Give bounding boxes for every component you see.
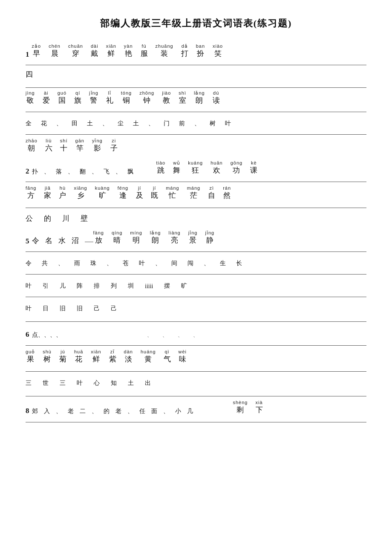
section-num-8: 8	[26, 407, 29, 415]
word-zhao: zhāo 朝	[26, 137, 37, 153]
line-5	[26, 178, 366, 182]
section-2: 2 扑 、 落 、 翻 、 飞 、 飘 tiào 跳 wǔ 舞 kuáng 狂 …	[26, 159, 366, 225]
word-fang2: fàng 放	[93, 229, 104, 245]
word-ying: yǐng 影	[92, 137, 103, 153]
word-du: dú 读	[213, 90, 220, 105]
section-1: 1 zǎo 早 chén 晨 chuān 穿 dài 戴 xiān 鲜 yàn …	[26, 42, 366, 155]
word-dai: dài 戴	[91, 43, 98, 58]
word-da: dǎ 打	[181, 43, 188, 58]
word-chuan: chuān 穿	[68, 43, 83, 58]
section-8: 8 郊 入 、 老 二 、 的 老 、 任 面 、 小 几 shèng 剩 xi…	[26, 392, 366, 422]
word-jing3: jǐng 景	[188, 229, 198, 245]
word-wu: wǔ 舞	[173, 159, 180, 175]
word-hua: huā 花	[74, 348, 83, 364]
section-num-1: 1	[26, 50, 29, 59]
word-zao: zǎo 早	[32, 43, 41, 58]
section-1-row-2: 四	[26, 66, 366, 82]
section-2-row-1: 2 扑 、 落 、 翻 、 飞 、 飘 tiào 跳 wǔ 舞 kuáng 狂 …	[26, 159, 366, 176]
word-yan: yàn 艳	[124, 43, 133, 58]
word-liang: liàng 亮	[169, 229, 181, 245]
word-chen: chén 晨	[49, 43, 61, 58]
word-ji2: jí 既	[151, 185, 158, 200]
line-7	[26, 248, 366, 252]
word-xian: xiān 鲜	[106, 43, 116, 58]
section-2-row-3: 公 的 川 壁	[26, 209, 366, 225]
line-12	[26, 367, 366, 372]
word-xiang: xiāng 乡	[74, 185, 87, 200]
section-8-row-1: 8 郊 入 、 老 二 、 的 老 、 任 面 、 小 几 shèng 剩 xi…	[26, 397, 366, 417]
section-1-row-5: zhāo 朝 liù 六 shí 十 gān 竿 yǐng 影 zi 子	[26, 136, 366, 155]
word-kuang: kuáng 狂	[188, 159, 203, 175]
word-ju: jú 菊	[59, 348, 66, 364]
word-dan: dàn 淡	[124, 348, 133, 364]
word-ban: ban 扮	[196, 43, 205, 58]
word-jing4: jǐng 静	[205, 229, 214, 245]
word-zhuang: zhuāng 装	[156, 43, 173, 58]
word-jing2: jǐng 警	[89, 90, 98, 105]
word-qi: qí 旗	[74, 90, 81, 105]
word-kuang2: kuàng 旷	[95, 185, 110, 200]
line-6	[26, 204, 366, 208]
word-lang: lǎng 朗	[194, 90, 205, 105]
word-hu: hù 户	[59, 185, 66, 200]
line-1	[26, 61, 366, 65]
word-xiao: xiào 笑	[213, 43, 223, 58]
line-14	[26, 418, 366, 422]
section-1-chars-row: 全 花 、 田 土 、 尘 土 、 门 前 、 树 叶	[26, 113, 366, 129]
word-gan: gān 竿	[75, 137, 84, 153]
line-9	[26, 293, 366, 297]
word-ran: rán 然	[223, 185, 231, 200]
word-shi: shì 室	[179, 90, 186, 105]
section-5-row-3: 叶 引 儿 阵 排 列 圳 iiiii 摆 旷	[26, 275, 366, 292]
word-qi2: qì 气	[164, 348, 171, 364]
word-guo: guǒ 果	[26, 348, 35, 364]
line-13	[26, 392, 366, 396]
section-num-2: 2	[26, 167, 29, 176]
section-1-row-3: jìng 敬 ài 爱 guó 国 qí 旗 jǐng 警 lǐ 礼 tóng …	[26, 89, 366, 107]
line-4	[26, 130, 366, 135]
word-jing1: jìng 敬	[26, 90, 35, 105]
word-zi: zi 子	[110, 137, 118, 153]
section-5-row-4: 叶 日 旧 旧 己 己	[26, 298, 366, 314]
word-liu: liù 六	[45, 137, 52, 153]
line-11	[26, 341, 366, 346]
word-zi2: zì 自	[208, 185, 215, 200]
section-6-row-2: 三 世 三 叶 心 知 土 出	[26, 373, 366, 389]
word-fu: fú 服	[141, 43, 148, 58]
section-6: 6 点、、、、 、 、 、 、 guǒ 果 shù 树 jú 菊 huā 花 x…	[26, 318, 366, 389]
word-ke: kè 课	[250, 159, 257, 175]
section-5-row-1: 5 令 名 水 沼 fàng 放 qíng 晴 míng 明 lǎng 朗 li…	[26, 228, 366, 246]
word-li: lǐ 礼	[106, 90, 113, 105]
word-mang1: máng 忙	[166, 185, 179, 200]
word-fang: fāng 方	[26, 185, 36, 200]
word-feng: féng 逢	[118, 185, 128, 200]
word-ai: ài 爱	[43, 90, 50, 105]
word-ming: míng 明	[130, 229, 142, 245]
word-gong: gōng 功	[231, 159, 242, 175]
section-5: 5 令 名 水 沼 fàng 放 qíng 晴 míng 明 lǎng 朗 li…	[26, 228, 366, 314]
section-5-row-2: 令 共 、 雨 珠 、 苍 叶 、 间 闯 、 生 长	[26, 253, 366, 269]
word-shi2: shí 十	[60, 137, 68, 153]
word-zhong: zhōng 钟	[139, 90, 154, 105]
section-num-5: 5	[26, 237, 29, 246]
word-ji1: jí 及	[136, 185, 143, 200]
section-num-6: 6	[26, 330, 29, 339]
line-8	[26, 270, 366, 275]
word-lang2: lǎng 朗	[150, 229, 161, 245]
line-2	[26, 84, 366, 88]
section-6-row-1: guǒ 果 shù 树 jú 菊 huā 花 xiān 鲜 zǐ 紫 dàn 淡…	[26, 347, 366, 366]
word-sheng: shèng 剩	[233, 399, 248, 414]
word-jia: jiā 家	[44, 185, 51, 200]
word-tiao: tiào 跳	[156, 159, 166, 175]
word-guo: guó 国	[58, 90, 66, 105]
word-huan: huān 欢	[210, 159, 222, 175]
section-6-header: 6 点、、、、 、 、 、 、	[26, 324, 366, 340]
word-shu: shù 树	[43, 348, 52, 364]
word-xia: xià 下	[255, 399, 262, 414]
word-wei: wèi 味	[179, 348, 187, 364]
word-xian2: xiān 鲜	[91, 348, 101, 364]
page-title: 部编人教版三年级上册语文词语表(练习题)	[26, 17, 366, 30]
line-3	[26, 108, 366, 112]
word-mang2: máng 茫	[187, 185, 201, 200]
word-tong: tóng 铜	[121, 90, 132, 105]
